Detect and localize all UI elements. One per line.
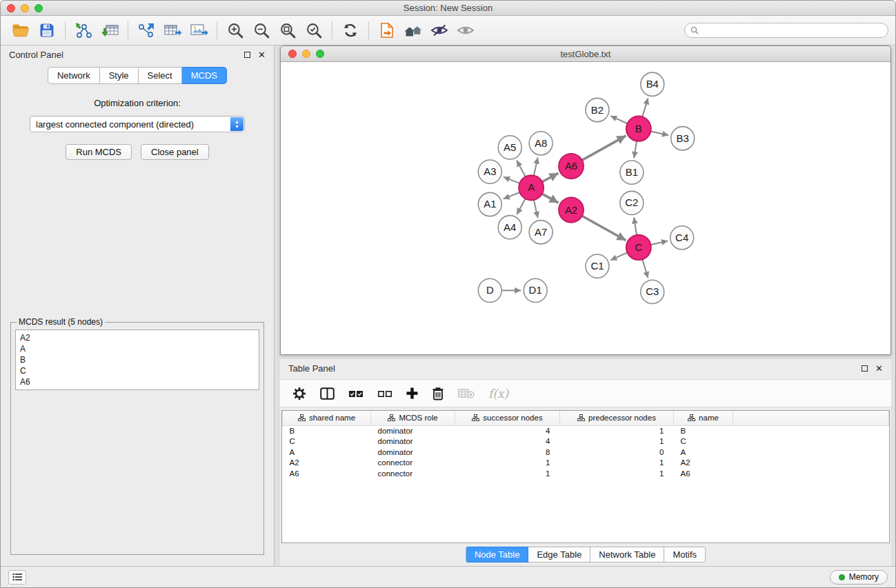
export-table-button[interactable] (159, 19, 186, 41)
graph-node-C[interactable]: C (626, 235, 651, 260)
graph-edge-A-A7[interactable] (534, 200, 538, 218)
zoom-window-button[interactable] (34, 4, 43, 12)
table-cell[interactable]: 8 (455, 447, 560, 458)
graph-node-D1[interactable]: D1 (524, 278, 547, 302)
import-table-button[interactable] (97, 19, 123, 41)
table-row[interactable]: A6connector11A6 (283, 468, 889, 479)
graph-node-C4[interactable]: C4 (670, 226, 694, 250)
table-cell[interactable]: B (674, 425, 733, 436)
delete-table-button[interactable] (458, 383, 475, 404)
graph-node-A3[interactable]: A3 (478, 160, 501, 183)
graph-node-A7[interactable]: A7 (529, 221, 552, 244)
export-network-button[interactable] (133, 19, 159, 41)
graph-node-A5[interactable]: A5 (498, 136, 521, 159)
minimize-window-button[interactable] (21, 4, 29, 12)
minimize-network-window-button[interactable] (302, 50, 310, 58)
zoom-network-window-button[interactable] (316, 50, 324, 58)
graph-edge-A6-B[interactable] (582, 136, 626, 160)
zoom-out-button[interactable] (248, 19, 275, 41)
close-panel-button[interactable]: Close panel (141, 144, 209, 160)
network-canvas[interactable]: B4B2BB3A5A8A6A3B1AC2A1A2A4A7C4CC1C3DD1 (281, 62, 890, 354)
tab-network[interactable]: Network (48, 67, 100, 84)
float-panel-icon[interactable] (862, 365, 868, 372)
graph-edge-A-A5[interactable] (517, 161, 526, 177)
close-network-window-button[interactable] (288, 50, 297, 58)
tab-select[interactable]: Select (139, 67, 182, 84)
graph-node-A[interactable]: A (519, 175, 544, 200)
table-cell[interactable]: 4 (455, 425, 560, 436)
table-row[interactable]: Bdominator41B (283, 425, 889, 436)
mcds-result-item[interactable]: C (20, 365, 255, 376)
import-network-button[interactable] (70, 19, 97, 41)
mcds-result-item[interactable]: B (20, 354, 255, 365)
graph-edge-A-A4[interactable] (517, 199, 525, 214)
tab-edge-table[interactable]: Edge Table (528, 547, 590, 562)
table-cell[interactable]: 0 (560, 447, 674, 458)
graph-node-B4[interactable]: B4 (641, 72, 664, 96)
table-cell[interactable]: A2 (674, 458, 733, 469)
column-header-shared-name[interactable]: shared name (283, 411, 371, 425)
close-panel-icon[interactable]: ✕ (258, 52, 266, 59)
graph-edge-A-A2[interactable] (542, 194, 559, 203)
table-row[interactable]: Adominator80A (283, 447, 889, 458)
close-panel-icon[interactable]: ✕ (875, 365, 883, 372)
tab-mcds[interactable]: MCDS (182, 67, 227, 84)
save-session-button[interactable] (34, 19, 60, 41)
graph-node-B3[interactable]: B3 (671, 127, 695, 150)
zoom-in-button[interactable] (222, 19, 248, 41)
graph-edge-B-B4[interactable] (642, 98, 648, 116)
graph-edge-C-C2[interactable] (634, 217, 637, 235)
graph-edge-C-C3[interactable] (642, 259, 648, 278)
add-column-button[interactable] (406, 383, 418, 404)
graph-edge-A-A8[interactable] (534, 157, 538, 175)
graph-node-A4[interactable]: A4 (498, 216, 521, 239)
column-header-successor-nodes[interactable]: successor nodes (455, 411, 560, 425)
table-cell[interactable]: A6 (674, 468, 733, 479)
table-cell[interactable]: connector (371, 458, 455, 469)
table-cell[interactable]: dominator (371, 425, 455, 436)
home-button[interactable] (400, 19, 426, 41)
select-all-button[interactable] (348, 383, 364, 404)
graph-node-A2[interactable]: A2 (559, 197, 584, 222)
birds-eye-view-button[interactable] (452, 19, 479, 41)
function-builder-button[interactable]: f(x) (488, 383, 508, 404)
table-cell[interactable]: connector (371, 468, 455, 479)
table-cell[interactable]: 1 (455, 468, 560, 479)
table-settings-button[interactable] (292, 383, 306, 404)
column-header-mcds-role[interactable]: MCDS role (371, 411, 455, 425)
graph-node-B2[interactable]: B2 (586, 98, 609, 121)
float-panel-icon[interactable] (244, 52, 250, 58)
table-cell[interactable]: C (283, 436, 371, 447)
close-window-button[interactable] (7, 4, 15, 12)
table-cell[interactable]: C (674, 436, 733, 447)
graph-node-C3[interactable]: C3 (641, 280, 664, 303)
graph-node-B[interactable]: B (626, 116, 651, 141)
zoom-fit-button[interactable] (275, 19, 301, 41)
graph-node-C1[interactable]: C1 (586, 254, 609, 278)
open-file-button[interactable] (374, 19, 400, 41)
table-cell[interactable]: dominator (371, 436, 455, 447)
table-cell[interactable]: A (283, 447, 371, 458)
table-cell[interactable]: 1 (560, 436, 674, 447)
table-cell[interactable]: 4 (455, 436, 560, 447)
graph-node-A1[interactable]: A1 (478, 192, 501, 216)
open-session-button[interactable] (8, 19, 34, 41)
deselect-all-button[interactable] (377, 383, 392, 404)
delete-column-button[interactable] (432, 383, 444, 404)
mcds-result-item[interactable]: A2 (20, 332, 255, 343)
search-input[interactable] (684, 23, 888, 38)
table-cell[interactable]: A (674, 447, 733, 458)
table-cell[interactable]: B (283, 425, 371, 436)
table-cell[interactable]: A2 (283, 458, 371, 469)
table-row[interactable]: Cdominator41C (283, 436, 889, 447)
graph-edge-A2-C[interactable] (582, 216, 626, 240)
graph-edge-B-B3[interactable] (650, 132, 668, 136)
table-cell[interactable]: dominator (371, 447, 455, 458)
mcds-result-list[interactable]: A2ABCA6 (15, 330, 259, 390)
graph-edge-A-A3[interactable] (504, 177, 520, 183)
run-mcds-button[interactable]: Run MCDS (66, 144, 132, 160)
memory-button[interactable]: Memory (830, 570, 888, 585)
apply-layout-button[interactable] (337, 19, 364, 41)
task-history-button[interactable] (8, 570, 26, 585)
graph-node-C2[interactable]: C2 (620, 191, 644, 214)
